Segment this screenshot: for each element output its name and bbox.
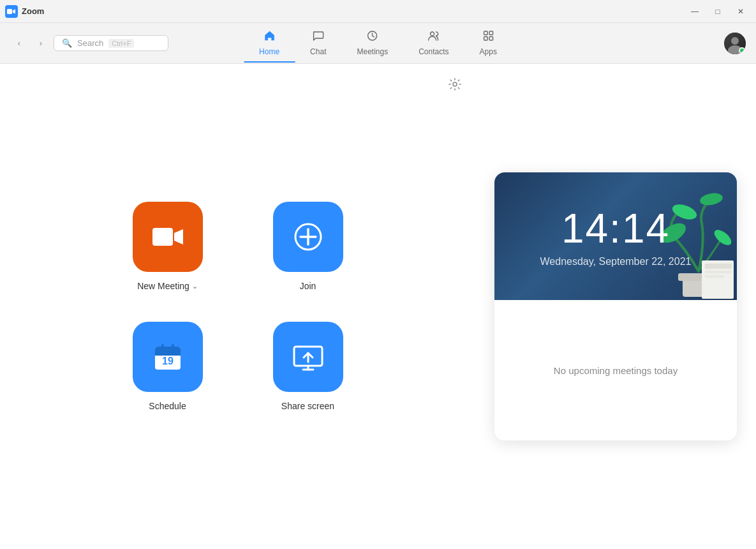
new-meeting-item: New Meeting ⌄ — [123, 202, 212, 291]
tab-chat-label: Chat — [310, 47, 326, 56]
svg-point-29 — [712, 227, 734, 248]
titlebar-left: Zoom — [5, 5, 44, 18]
svg-rect-3 — [484, 31, 487, 35]
tab-apps[interactable]: Apps — [464, 24, 512, 63]
share-screen-label[interactable]: Share screen — [281, 401, 334, 411]
calendar-card: 14:14 Wednesday, September 22, 2021 No u… — [494, 172, 737, 440]
schedule-label[interactable]: Schedule — [149, 401, 186, 411]
minimize-button[interactable]: — — [685, 4, 705, 19]
new-meeting-text: New Meeting — [137, 281, 189, 291]
app-body: ‹ › 🔍 Search Ctrl+F Home — [0, 23, 756, 549]
share-screen-item: Share screen — [263, 322, 353, 411]
date-display: Wednesday, September 22, 2021 — [540, 256, 692, 267]
titlebar-controls: — □ ✕ — [685, 4, 751, 19]
search-shortcut: Ctrl+F — [108, 39, 134, 48]
chat-icon — [312, 29, 325, 45]
tab-chat[interactable]: Chat — [295, 24, 341, 63]
svg-point-7 — [731, 37, 739, 45]
zoom-logo-icon — [5, 5, 18, 18]
main-content: New Meeting ⌄ Join — [0, 64, 756, 549]
navbar-right — [724, 33, 746, 54]
tab-home[interactable]: Home — [244, 24, 295, 63]
share-screen-button[interactable] — [273, 322, 343, 392]
new-meeting-label[interactable]: New Meeting ⌄ — [137, 281, 198, 291]
time-display: 14:14 — [561, 205, 670, 252]
svg-rect-31 — [705, 264, 732, 269]
navbar-center: Home Chat Meetings — [244, 24, 512, 63]
search-icon: 🔍 — [62, 38, 72, 48]
calendar-body: No upcoming meetings today — [494, 300, 737, 440]
titlebar: Zoom — □ ✕ — [0, 0, 756, 23]
join-button[interactable] — [273, 202, 343, 272]
close-button[interactable]: ✕ — [730, 4, 751, 19]
tab-apps-label: Apps — [480, 47, 497, 56]
svg-point-28 — [699, 192, 724, 207]
left-panel: New Meeting ⌄ Join — [0, 64, 475, 549]
svg-rect-4 — [489, 31, 493, 35]
svg-text:19: 19 — [162, 356, 174, 366]
apps-icon — [482, 29, 494, 45]
calendar-header: 14:14 Wednesday, September 22, 2021 — [494, 172, 737, 300]
tab-contacts[interactable]: Contacts — [403, 24, 464, 63]
tab-contacts-label: Contacts — [419, 47, 448, 56]
svg-rect-0 — [7, 9, 12, 14]
zoom-logo: Zoom — [5, 5, 44, 18]
svg-rect-6 — [489, 36, 493, 40]
right-panel: 14:14 Wednesday, September 22, 2021 No u… — [475, 64, 756, 549]
svg-rect-10 — [152, 228, 173, 246]
no-meetings-text: No upcoming meetings today — [554, 365, 678, 376]
tab-meetings[interactable]: Meetings — [341, 24, 403, 63]
new-meeting-chevron: ⌄ — [192, 282, 198, 290]
join-item: Join — [263, 202, 353, 291]
svg-point-9 — [453, 82, 457, 86]
navbar-left: ‹ › 🔍 Search Ctrl+F — [10, 34, 168, 52]
schedule-button[interactable]: 19 — [133, 322, 203, 392]
svg-rect-19 — [172, 344, 174, 350]
svg-point-27 — [671, 202, 699, 222]
contacts-icon — [427, 29, 440, 45]
forward-button[interactable]: › — [32, 34, 50, 52]
action-grid: New Meeting ⌄ Join — [123, 202, 353, 411]
app-title: Zoom — [22, 6, 44, 16]
new-meeting-button[interactable] — [133, 202, 203, 272]
svg-rect-18 — [161, 344, 164, 350]
schedule-text: Schedule — [149, 401, 186, 411]
join-label[interactable]: Join — [300, 281, 316, 291]
search-text: Search — [77, 38, 103, 48]
schedule-item: 19 Schedule — [123, 322, 212, 411]
settings-button[interactable] — [445, 74, 465, 94]
svg-rect-32 — [705, 271, 732, 273]
tab-home-label: Home — [259, 47, 279, 56]
home-icon — [263, 29, 276, 45]
svg-rect-5 — [484, 36, 487, 40]
tab-meetings-label: Meetings — [357, 47, 388, 56]
online-status-dot — [739, 47, 745, 54]
share-screen-text: Share screen — [281, 401, 334, 411]
navbar: ‹ › 🔍 Search Ctrl+F Home — [0, 23, 756, 64]
svg-point-2 — [431, 32, 434, 36]
user-avatar[interactable] — [724, 33, 746, 54]
maximize-button[interactable]: □ — [708, 4, 728, 19]
join-text: Join — [300, 281, 316, 291]
back-button[interactable]: ‹ — [10, 34, 28, 52]
meetings-icon — [366, 29, 379, 45]
search-bar[interactable]: 🔍 Search Ctrl+F — [54, 35, 168, 51]
svg-rect-33 — [705, 275, 724, 278]
